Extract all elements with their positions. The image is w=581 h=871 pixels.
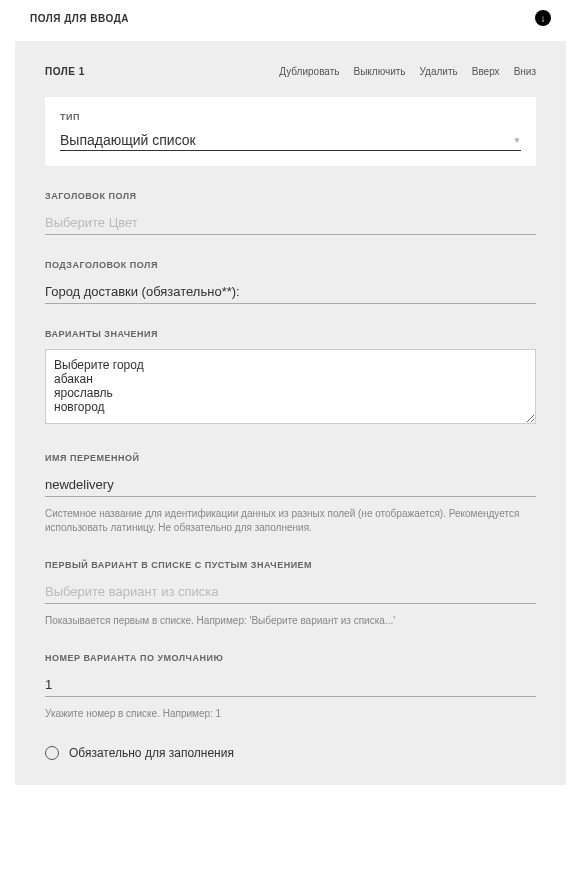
- options-label: ВАРИАНТЫ ЗНАЧЕНИЯ: [45, 329, 536, 339]
- field-panel: ПОЛЕ 1 Дублировать Выключить Удалить Вве…: [15, 41, 566, 785]
- panel-actions: Дублировать Выключить Удалить Вверх Вниз: [279, 66, 536, 77]
- default-num-group: НОМЕР ВАРИАНТА ПО УМОЛЧАНИЮ Укажите номе…: [45, 653, 536, 721]
- first-option-hint: Показывается первым в списке. Например: …: [45, 614, 536, 628]
- move-down-button[interactable]: Вниз: [514, 66, 536, 77]
- options-group: ВАРИАНТЫ ЗНАЧЕНИЯ: [45, 329, 536, 428]
- default-num-label: НОМЕР ВАРИАНТА ПО УМОЛЧАНИЮ: [45, 653, 536, 663]
- subtitle-label: ПОДЗАГОЛОВОК ПОЛЯ: [45, 260, 536, 270]
- required-label: Обязательно для заполнения: [69, 746, 234, 760]
- varname-label: ИМЯ ПЕРЕМЕННОЙ: [45, 453, 536, 463]
- options-textarea[interactable]: [45, 349, 536, 424]
- duplicate-button[interactable]: Дублировать: [279, 66, 339, 77]
- type-card: ТИП Выпадающий список ▼: [45, 97, 536, 166]
- panel-header: ПОЛЕ 1 Дублировать Выключить Удалить Вве…: [45, 66, 536, 77]
- radio-icon: [45, 746, 59, 760]
- default-num-input[interactable]: [45, 673, 536, 697]
- first-option-label: ПЕРВЫЙ ВАРИАНТ В СПИСКЕ С ПУСТЫМ ЗНАЧЕНИ…: [45, 560, 536, 570]
- field-title-label: ЗАГОЛОВОК ПОЛЯ: [45, 191, 536, 201]
- varname-input[interactable]: [45, 473, 536, 497]
- subtitle-group: ПОДЗАГОЛОВОК ПОЛЯ: [45, 260, 536, 304]
- field-title-group: ЗАГОЛОВОК ПОЛЯ: [45, 191, 536, 235]
- type-value: Выпадающий список: [60, 132, 196, 148]
- subtitle-input[interactable]: [45, 280, 536, 304]
- panel-title: ПОЛЕ 1: [45, 66, 85, 77]
- disable-button[interactable]: Выключить: [354, 66, 406, 77]
- default-num-hint: Укажите номер в списке. Например: 1: [45, 707, 536, 721]
- varname-hint: Системное название для идентификации дан…: [45, 507, 536, 535]
- required-row[interactable]: Обязательно для заполнения: [45, 746, 536, 760]
- move-up-button[interactable]: Вверх: [472, 66, 500, 77]
- type-label: ТИП: [60, 112, 521, 122]
- caret-down-icon: ▼: [513, 136, 521, 145]
- first-option-group: ПЕРВЫЙ ВАРИАНТ В СПИСКЕ С ПУСТЫМ ЗНАЧЕНИ…: [45, 560, 536, 628]
- arrow-down-icon[interactable]: ↓: [535, 10, 551, 26]
- first-option-input[interactable]: [45, 580, 536, 604]
- type-select[interactable]: Выпадающий список ▼: [60, 132, 521, 151]
- delete-button[interactable]: Удалить: [420, 66, 458, 77]
- page-title: ПОЛЯ ДЛЯ ВВОДА: [30, 13, 129, 24]
- field-title-input[interactable]: [45, 211, 536, 235]
- page-header: ПОЛЯ ДЛЯ ВВОДА ↓: [0, 0, 581, 41]
- varname-group: ИМЯ ПЕРЕМЕННОЙ Системное название для ид…: [45, 453, 536, 535]
